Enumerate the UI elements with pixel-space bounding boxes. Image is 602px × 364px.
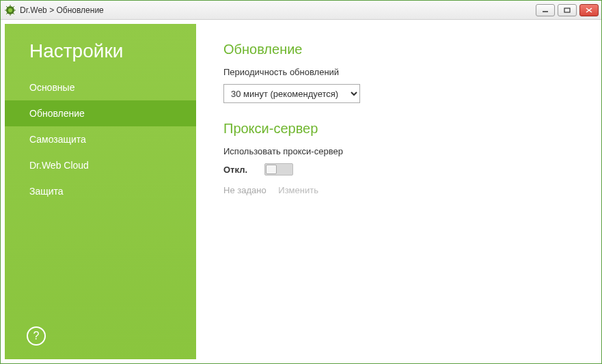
maximize-button[interactable] [558, 4, 577, 16]
window-title: Dr.Web > Обновление [20, 5, 536, 15]
proxy-state-label: Откл. [223, 165, 254, 175]
app-window: Dr.Web > Обновление Настройки Основные О… [0, 0, 602, 364]
help-icon-label: ? [33, 330, 40, 342]
proxy-use-label: Использовать прокси-сервер [223, 146, 570, 156]
sidebar-footer: ? [5, 316, 196, 359]
sidebar-item-update[interactable]: Обновление [5, 100, 196, 126]
toggle-knob [266, 165, 277, 174]
content-pane: Обновление Периодичность обновлений 30 м… [196, 24, 597, 359]
sidebar-item-selfprotect[interactable]: Самозащита [5, 126, 196, 152]
section-title-update: Обновление [223, 42, 570, 57]
help-icon[interactable]: ? [27, 326, 46, 346]
proxy-status-text: Не задано [223, 185, 266, 195]
window-body: Настройки Основные Обновление Самозащита… [1, 20, 601, 363]
svg-rect-11 [564, 8, 570, 12]
sidebar-title: Настройки [5, 24, 196, 74]
svg-point-9 [8, 8, 12, 12]
frequency-select[interactable]: 30 минут (рекомендуется) [223, 84, 360, 103]
minimize-button[interactable] [536, 4, 555, 16]
proxy-toggle[interactable] [264, 163, 293, 176]
sidebar-item-cloud[interactable]: Dr.Web Cloud [5, 152, 196, 178]
app-icon [5, 5, 16, 16]
proxy-change-link[interactable]: Изменить [278, 185, 318, 195]
sidebar: Настройки Основные Обновление Самозащита… [5, 24, 196, 359]
section-title-proxy: Прокси-сервер [223, 121, 570, 137]
proxy-toggle-row: Откл. [223, 163, 570, 176]
titlebar: Dr.Web > Обновление [1, 1, 601, 20]
sidebar-item-main[interactable]: Основные [5, 74, 196, 100]
sidebar-item-protection[interactable]: Защита [5, 178, 196, 204]
sidebar-nav: Основные Обновление Самозащита Dr.Web Cl… [5, 74, 196, 204]
window-controls [536, 4, 599, 16]
proxy-status: Не задано Изменить [223, 185, 570, 195]
close-button[interactable] [579, 4, 599, 16]
frequency-label: Периодичность обновлений [223, 67, 570, 77]
